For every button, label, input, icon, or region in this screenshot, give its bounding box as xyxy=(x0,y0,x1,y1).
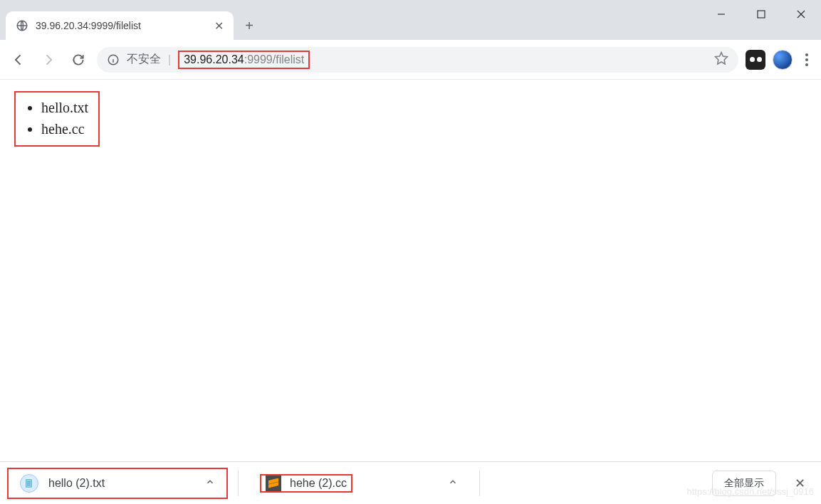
show-all-downloads-button[interactable]: 全部显示 xyxy=(712,471,776,496)
address-bar[interactable]: 不安全 | 39.96.20.34:9999/filelist xyxy=(97,47,738,73)
minimize-button[interactable] xyxy=(701,0,741,28)
download-item[interactable]: hello (2).txt xyxy=(7,468,228,499)
url-port: :9999 xyxy=(244,53,273,66)
separator xyxy=(238,471,239,496)
browser-toolbar: 不安全 | 39.96.20.34:9999/filelist xyxy=(0,40,821,80)
file-link[interactable]: hello.txt xyxy=(41,97,88,118)
download-filename: hehe (2).cc xyxy=(290,477,347,490)
tab-strip: 39.96.20.34:9999/filelist ✕ + xyxy=(0,0,821,40)
file-list-highlight: hello.txt hehe.cc xyxy=(14,91,100,147)
chevron-up-icon[interactable] xyxy=(205,477,215,490)
close-downloads-bar-icon[interactable]: ✕ xyxy=(786,476,814,491)
divider: | xyxy=(168,53,171,66)
download-icon-highlight: hehe (2).cc xyxy=(260,474,352,493)
separator xyxy=(479,471,480,496)
tab-title: 39.96.20.34:9999/filelist xyxy=(36,20,207,31)
back-button[interactable] xyxy=(7,48,30,71)
globe-icon xyxy=(16,19,28,32)
forward-button[interactable] xyxy=(37,48,60,71)
svg-rect-2 xyxy=(758,11,765,18)
window-controls xyxy=(701,0,821,28)
info-icon[interactable] xyxy=(107,53,120,66)
notepad-icon xyxy=(20,474,38,493)
profile-avatar[interactable] xyxy=(773,50,793,70)
browser-tab[interactable]: 39.96.20.34:9999/filelist ✕ xyxy=(6,11,234,40)
sublime-icon xyxy=(266,476,281,491)
bookmark-star-icon[interactable] xyxy=(714,51,728,68)
close-window-button[interactable] xyxy=(781,0,821,28)
browser-menu-button[interactable] xyxy=(800,53,814,66)
extension-icon[interactable] xyxy=(746,50,765,70)
url-path: /filelist xyxy=(273,53,304,66)
file-link[interactable]: hehe.cc xyxy=(41,118,88,140)
file-list: hello.txt hehe.cc xyxy=(23,97,88,140)
download-filename: hello (2).txt xyxy=(48,477,195,490)
url-host: 39.96.20.34 xyxy=(184,53,244,66)
chevron-up-icon[interactable] xyxy=(448,477,458,490)
downloads-bar: hello (2).txt hehe (2).cc 全部显示 ✕ xyxy=(0,461,821,504)
maximize-button[interactable] xyxy=(741,0,781,28)
url-display: 39.96.20.34:9999/filelist xyxy=(178,51,310,69)
close-tab-icon[interactable]: ✕ xyxy=(214,19,224,33)
page-content: hello.txt hehe.cc xyxy=(0,80,821,158)
download-item[interactable]: hehe (2).cc xyxy=(249,468,469,499)
reload-button[interactable] xyxy=(67,48,90,71)
new-tab-button[interactable]: + xyxy=(238,14,261,37)
not-secure-label: 不安全 xyxy=(127,52,161,67)
